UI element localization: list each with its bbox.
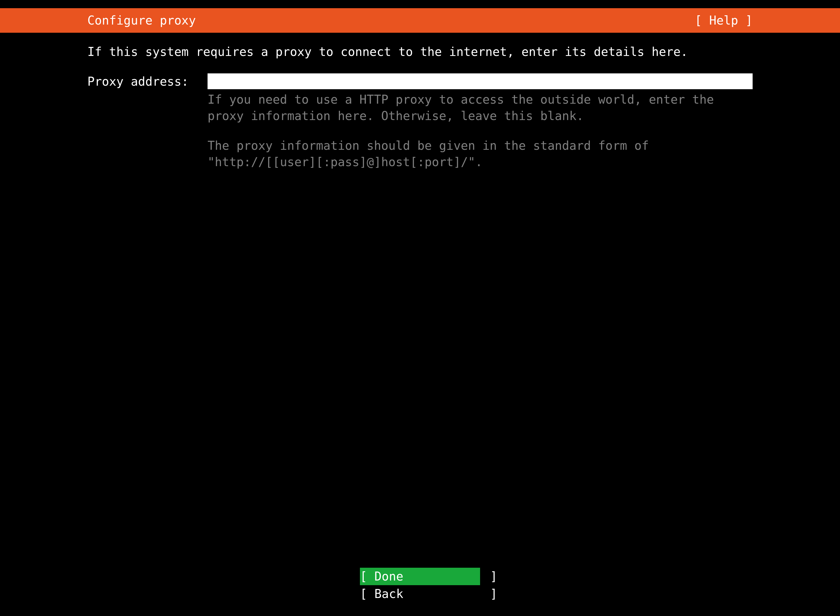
done-button[interactable]: [ Done ] xyxy=(360,568,480,585)
button-area: [ Done ] [ Back ] xyxy=(0,568,840,616)
proxy-help-text-2: The proxy information should be given in… xyxy=(207,138,753,170)
installer-screen: Configure proxy [ Help ] If this system … xyxy=(0,0,840,616)
header-bar: Configure proxy [ Help ] xyxy=(0,8,840,33)
proxy-address-label: Proxy address: xyxy=(87,73,197,89)
help-button[interactable]: [ Help ] xyxy=(695,12,753,28)
proxy-help-text-1: If you need to use a HTTP proxy to acces… xyxy=(207,91,753,124)
intro-text: If this system requires a proxy to conne… xyxy=(87,44,753,60)
page-title: Configure proxy xyxy=(87,12,196,28)
content-area: If this system requires a proxy to conne… xyxy=(0,33,840,568)
proxy-field-row: Proxy address: If you need to use a HTTP… xyxy=(87,73,753,170)
proxy-address-input[interactable] xyxy=(207,73,753,89)
proxy-field-column: If you need to use a HTTP proxy to acces… xyxy=(207,73,753,170)
back-button[interactable]: [ Back ] xyxy=(360,585,480,602)
